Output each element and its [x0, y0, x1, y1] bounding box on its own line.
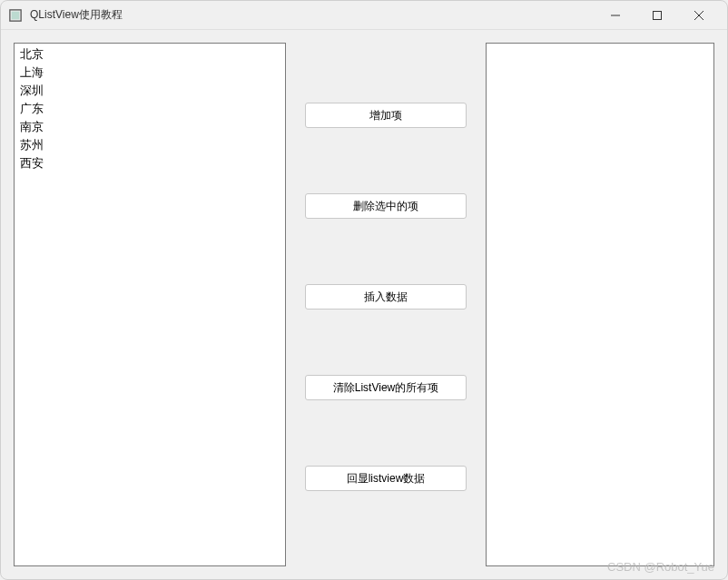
maximize-button[interactable]	[636, 2, 678, 29]
list-item[interactable]: 南京	[16, 118, 283, 136]
minimize-button[interactable]	[595, 2, 636, 29]
window-controls	[595, 2, 720, 29]
add-item-button[interactable]: 增加项	[305, 103, 467, 128]
close-button[interactable]	[678, 2, 720, 29]
list-item[interactable]: 深圳	[16, 82, 283, 100]
echo-data-button[interactable]: 回显listview数据	[305, 466, 467, 491]
delete-selected-button[interactable]: 删除选中的项	[305, 193, 467, 219]
svg-rect-1	[12, 11, 20, 19]
right-panel[interactable]	[486, 43, 714, 566]
window-title: QListView使用教程	[30, 7, 595, 23]
list-item[interactable]: 上海	[16, 64, 283, 82]
clear-all-button[interactable]: 清除ListView的所有项	[305, 375, 467, 400]
client-area: 北京 上海 深圳 广东 南京 苏州 西安 增加项 删除选中的项 插入数据 清除L…	[1, 30, 727, 579]
list-item[interactable]: 苏州	[16, 136, 283, 154]
list-item[interactable]: 北京	[16, 45, 283, 64]
svg-rect-3	[654, 11, 662, 19]
button-panel: 增加项 删除选中的项 插入数据 清除ListView的所有项 回显listvie…	[297, 43, 475, 566]
app-icon	[8, 8, 23, 23]
main-window: QListView使用教程 北京 上海 深圳 广东 南京 苏州 西安 增加项 删…	[0, 0, 728, 580]
insert-data-button[interactable]: 插入数据	[305, 284, 467, 310]
listview-left[interactable]: 北京 上海 深圳 广东 南京 苏州 西安	[14, 43, 286, 566]
titlebar: QListView使用教程	[1, 1, 727, 30]
list-item[interactable]: 广东	[16, 100, 283, 118]
list-item[interactable]: 西安	[16, 154, 283, 172]
